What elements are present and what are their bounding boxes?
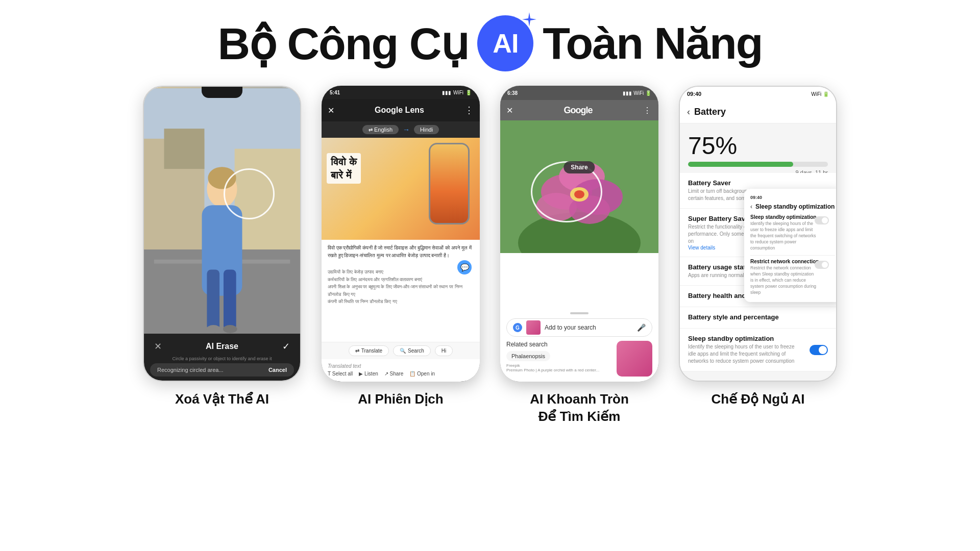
phone4-status-bar: 09:40 WiFi 🔋: [680, 87, 836, 101]
sleep-standby-item[interactable]: Sleep standby optimization Identify the …: [680, 329, 836, 371]
phone3-shell: 6:38 ▮▮▮ WiFi 🔋 ✕ Google ⋮: [500, 86, 658, 382]
star-icon: [521, 11, 537, 28]
popup-toggle1-knob: [822, 217, 828, 223]
translate-button[interactable]: ⇄ Translate: [349, 345, 389, 356]
battery-percentage: 75%: [680, 123, 836, 162]
hindi-title: विवो केबारे में: [327, 153, 361, 184]
popup-toggle2-knob: [822, 262, 828, 268]
freepik-text: Freepik: [506, 363, 520, 368]
circle-overlay: [224, 168, 275, 219]
phone3-label: AI Khoanh Tròn Để Tìm Kiếm: [530, 391, 629, 425]
phone2-image: विवो केबारे में: [322, 138, 480, 240]
phone4-header: ‹ Battery: [680, 101, 836, 123]
phone1-photo: [144, 87, 300, 337]
open-in-btn[interactable]: 📋 Open in: [409, 371, 435, 377]
photo-bg: [144, 87, 300, 337]
cancel-button[interactable]: Cancel: [268, 367, 287, 373]
phone4-time: 09:40: [687, 91, 701, 97]
battery-style-item[interactable]: Battery style and percentage: [680, 307, 836, 329]
toggle-knob: [819, 346, 827, 354]
search-icon: 🔍: [400, 348, 406, 354]
close-icon[interactable]: ✕: [154, 341, 162, 352]
arrow-icon: →: [403, 126, 410, 134]
phone3-screen: 6:38 ▮▮▮ WiFi 🔋 ✕ Google ⋮: [500, 86, 658, 382]
listen-btn[interactable]: ▶ Listen: [359, 371, 378, 377]
search-text: Add to your search: [545, 324, 633, 331]
related-section: Related search Phalaenopsis Freepik Prem…: [506, 341, 652, 377]
translated-section: Translated text T Select all ▶ Listen ↗ …: [322, 359, 480, 381]
lens-close-icon[interactable]: ✕: [328, 106, 334, 115]
battery-fill: [688, 162, 793, 167]
battery-title: Battery: [694, 107, 726, 117]
svg-rect-10: [224, 270, 236, 330]
select-all-btn[interactable]: T Select all: [328, 371, 353, 377]
popup-toggle1[interactable]: [815, 216, 829, 224]
battery-bar: [688, 162, 828, 167]
phone1-notch: [202, 87, 242, 98]
phone2-label: AI Phiên Dịch: [358, 391, 443, 408]
lang-from[interactable]: ⇄ English: [362, 125, 399, 134]
sleep-standby-toggle[interactable]: [810, 345, 828, 355]
translated-body: विवो एक प्रौद्योगिकी कंपनी है जो स्मार्ट…: [322, 240, 480, 342]
hi-button[interactable]: Hi: [435, 345, 453, 356]
popup-item1-desc: Identify the sleeping hours of the user …: [750, 221, 835, 251]
translated-para: विवो एक प्रौद्योगिकी कंपनी है जो स्मार्ट…: [328, 244, 474, 259]
lang-to[interactable]: Hindi: [414, 125, 439, 134]
phone3-search-bar[interactable]: G Add to your search 🎤: [506, 318, 652, 337]
related-title: Related search: [506, 341, 612, 348]
freepik-caption: Freepik Premium Photo | A purple orchid …: [506, 361, 612, 374]
share-btn[interactable]: ↗ Share: [384, 371, 403, 377]
translated-label: Translated text: [328, 363, 474, 369]
phone4-screen: 09:40 WiFi 🔋 ‹ Battery 75% 9 days, 11 hr: [680, 87, 836, 381]
phone4-container: 09:40 WiFi 🔋 ‹ Battery 75% 9 days, 11 hr: [679, 86, 837, 408]
phone4-shell: 09:40 WiFi 🔋 ‹ Battery 75% 9 days, 11 hr: [679, 86, 837, 382]
battery-style-title: Battery style and percentage: [688, 313, 828, 321]
header-suffix: Toàn Năng: [543, 17, 762, 69]
svg-point-11: [206, 325, 220, 333]
bottom-sheet: G Add to your search 🎤 Related search Ph…: [500, 307, 658, 382]
check-icon[interactable]: ✓: [282, 341, 290, 352]
ai-badge-text: AI: [493, 28, 518, 59]
translated-actions: T Select all ▶ Listen ↗ Share 📋 Open in: [328, 371, 474, 377]
phone3-close-icon[interactable]: ✕: [506, 106, 513, 115]
phone1-shell: i: [143, 86, 301, 382]
popup-toggle2[interactable]: [815, 261, 829, 269]
popup-item2: Restrict network connection Restrict the…: [750, 259, 835, 295]
lens-menu-icon[interactable]: ⋮: [464, 105, 474, 116]
chat-icon[interactable]: 💬: [457, 260, 472, 274]
phone3-time: 6:38: [507, 90, 518, 96]
popup-back-icon[interactable]: ‹: [750, 203, 752, 210]
phones-row: i: [143, 86, 837, 551]
back-arrow-icon[interactable]: ‹: [687, 107, 690, 117]
lens-title: Google Lens: [375, 106, 424, 115]
freepik-desc: Premium Photo | A purple orchid with a r…: [506, 368, 599, 372]
mic-icon[interactable]: 🎤: [637, 323, 646, 332]
battery-icon: 🔋: [465, 90, 472, 95]
battery-saver-title: Battery Saver: [688, 179, 828, 187]
ai-erase-label: AI Erase: [187, 342, 257, 351]
svg-rect-2: [164, 129, 204, 169]
google-g-icon: G: [513, 323, 522, 332]
popup-divider: [750, 255, 835, 256]
sheet-handle: [570, 312, 589, 314]
popup-time: 09:40: [750, 195, 835, 200]
popup-header: ‹ Sleep standby optimization: [750, 203, 835, 210]
erase-subtitle: Circle a passivity or object to identify…: [144, 356, 300, 361]
sleep-popup: 09:40 ‹ Sleep standby optimization Sleep…: [744, 189, 837, 302]
phone2-screen: 5:41 ▮▮▮ WiFi 🔋 ✕ Google Lens ⋮ ⇄: [322, 86, 480, 382]
related-chip[interactable]: Phalaenopsis: [506, 351, 550, 361]
search-button[interactable]: 🔍 Search: [393, 345, 431, 356]
phone2-shell: 5:41 ▮▮▮ WiFi 🔋 ✕ Google Lens ⋮ ⇄: [322, 86, 480, 382]
sleep-standby-title: Sleep standby optimization: [688, 335, 828, 342]
menu-icon[interactable]: ⋮: [643, 106, 652, 115]
orchid-related-image: [617, 341, 652, 377]
orchid-image: Share: [500, 120, 658, 253]
svg-rect-9: [207, 270, 219, 330]
phone4-icons: WiFi 🔋: [811, 91, 829, 97]
related-content: Related search Phalaenopsis Freepik Prem…: [506, 341, 612, 377]
share-bubble: Share: [564, 161, 595, 173]
extra-text: उद्यमियों के लिए बेजोड़ उत्पाद बनाएकर्मच…: [328, 268, 474, 305]
ai-badge: AI: [477, 15, 533, 71]
page-header: Bộ Công Cụ AI Toàn Năng: [218, 15, 763, 71]
phone2-status-icons: ▮▮▮ WiFi 🔋: [442, 90, 472, 95]
